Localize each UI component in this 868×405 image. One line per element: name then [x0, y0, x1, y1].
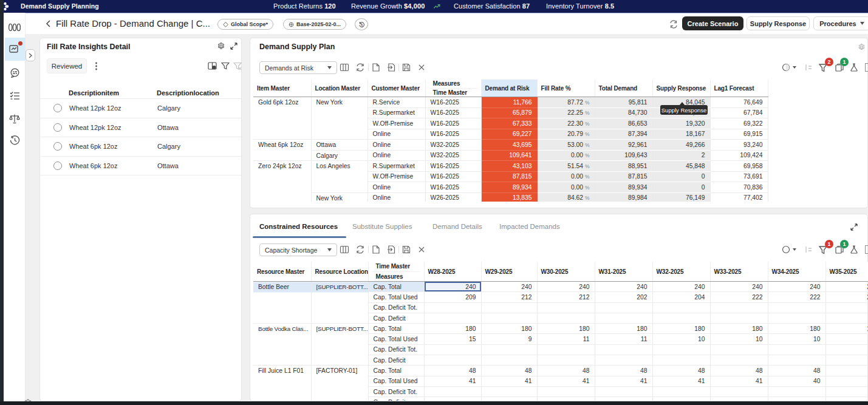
svg-text:5: 5: [360, 22, 362, 26]
